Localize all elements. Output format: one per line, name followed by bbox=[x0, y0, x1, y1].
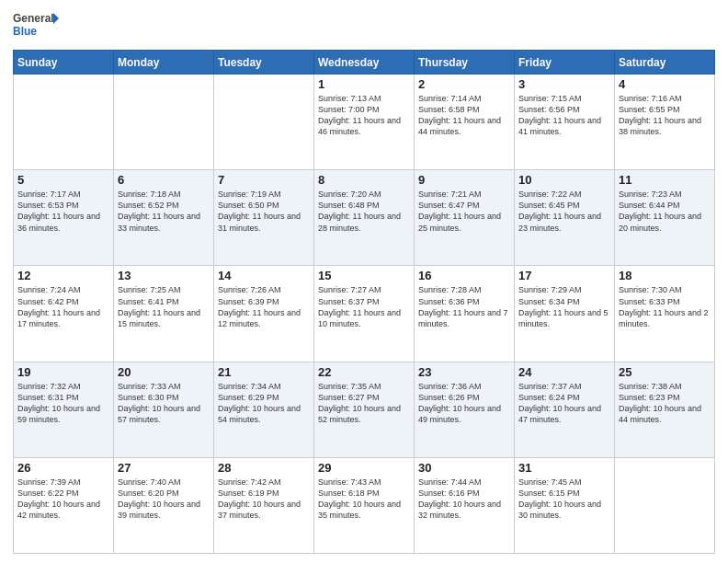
day-info: Sunrise: 7:38 AM Sunset: 6:23 PM Dayligh… bbox=[619, 381, 711, 426]
day-number: 7 bbox=[218, 173, 310, 187]
day-number: 24 bbox=[518, 365, 610, 379]
day-number: 9 bbox=[418, 173, 510, 187]
day-info: Sunrise: 7:14 AM Sunset: 6:58 PM Dayligh… bbox=[418, 93, 510, 138]
calendar-cell: 12Sunrise: 7:24 AM Sunset: 6:42 PM Dayli… bbox=[14, 266, 114, 362]
day-info: Sunrise: 7:40 AM Sunset: 6:20 PM Dayligh… bbox=[118, 477, 210, 522]
calendar-week-1: 1Sunrise: 7:13 AM Sunset: 7:00 PM Daylig… bbox=[14, 75, 715, 170]
day-info: Sunrise: 7:29 AM Sunset: 6:34 PM Dayligh… bbox=[518, 284, 610, 329]
calendar-cell bbox=[14, 75, 114, 170]
day-number: 23 bbox=[418, 365, 510, 379]
day-number: 22 bbox=[318, 365, 410, 379]
day-info: Sunrise: 7:36 AM Sunset: 6:26 PM Dayligh… bbox=[418, 381, 510, 426]
calendar-cell: 25Sunrise: 7:38 AM Sunset: 6:23 PM Dayli… bbox=[615, 362, 715, 457]
day-number: 19 bbox=[17, 365, 109, 379]
day-number: 4 bbox=[619, 77, 711, 91]
day-number: 11 bbox=[619, 173, 711, 187]
calendar-cell: 2Sunrise: 7:14 AM Sunset: 6:58 PM Daylig… bbox=[415, 75, 515, 170]
day-info: Sunrise: 7:25 AM Sunset: 6:41 PM Dayligh… bbox=[118, 284, 210, 329]
calendar-cell: 9Sunrise: 7:21 AM Sunset: 6:47 PM Daylig… bbox=[415, 170, 515, 266]
day-header-sunday: Sunday bbox=[14, 51, 114, 75]
calendar-cell: 16Sunrise: 7:28 AM Sunset: 6:36 PM Dayli… bbox=[415, 266, 515, 362]
day-info: Sunrise: 7:17 AM Sunset: 6:53 PM Dayligh… bbox=[17, 189, 109, 234]
calendar-cell: 18Sunrise: 7:30 AM Sunset: 6:33 PM Dayli… bbox=[615, 266, 715, 362]
day-info: Sunrise: 7:42 AM Sunset: 6:19 PM Dayligh… bbox=[218, 477, 310, 522]
calendar-cell: 6Sunrise: 7:18 AM Sunset: 6:52 PM Daylig… bbox=[114, 170, 214, 266]
day-number: 27 bbox=[118, 461, 210, 475]
day-info: Sunrise: 7:37 AM Sunset: 6:24 PM Dayligh… bbox=[518, 381, 610, 426]
calendar-cell bbox=[214, 75, 314, 170]
day-info: Sunrise: 7:19 AM Sunset: 6:50 PM Dayligh… bbox=[218, 189, 310, 234]
day-info: Sunrise: 7:26 AM Sunset: 6:39 PM Dayligh… bbox=[218, 284, 310, 329]
day-info: Sunrise: 7:24 AM Sunset: 6:42 PM Dayligh… bbox=[17, 284, 109, 329]
day-number: 13 bbox=[118, 269, 210, 282]
calendar-cell: 30Sunrise: 7:44 AM Sunset: 6:16 PM Dayli… bbox=[415, 457, 515, 553]
calendar-cell: 29Sunrise: 7:43 AM Sunset: 6:18 PM Dayli… bbox=[314, 457, 415, 553]
day-info: Sunrise: 7:44 AM Sunset: 6:16 PM Dayligh… bbox=[418, 477, 510, 522]
calendar-cell: 4Sunrise: 7:16 AM Sunset: 6:55 PM Daylig… bbox=[615, 75, 715, 170]
day-number: 29 bbox=[318, 461, 410, 475]
day-number: 28 bbox=[218, 461, 310, 475]
logo: General Blue bbox=[13, 9, 59, 42]
calendar-cell: 31Sunrise: 7:45 AM Sunset: 6:15 PM Dayli… bbox=[515, 457, 615, 553]
calendar-cell: 24Sunrise: 7:37 AM Sunset: 6:24 PM Dayli… bbox=[515, 362, 615, 457]
day-number: 10 bbox=[518, 173, 610, 187]
day-header-monday: Monday bbox=[114, 51, 214, 75]
calendar-cell: 22Sunrise: 7:35 AM Sunset: 6:27 PM Dayli… bbox=[314, 362, 415, 457]
calendar-cell: 13Sunrise: 7:25 AM Sunset: 6:41 PM Dayli… bbox=[114, 266, 214, 362]
day-number: 15 bbox=[318, 269, 410, 282]
calendar-cell bbox=[114, 75, 214, 170]
day-number: 20 bbox=[118, 365, 210, 379]
day-info: Sunrise: 7:27 AM Sunset: 6:37 PM Dayligh… bbox=[318, 284, 410, 329]
calendar-cell: 3Sunrise: 7:15 AM Sunset: 6:56 PM Daylig… bbox=[515, 75, 615, 170]
day-info: Sunrise: 7:21 AM Sunset: 6:47 PM Dayligh… bbox=[418, 189, 510, 234]
day-info: Sunrise: 7:13 AM Sunset: 7:00 PM Dayligh… bbox=[318, 93, 410, 138]
calendar-cell: 27Sunrise: 7:40 AM Sunset: 6:20 PM Dayli… bbox=[114, 457, 214, 553]
calendar-cell: 11Sunrise: 7:23 AM Sunset: 6:44 PM Dayli… bbox=[615, 170, 715, 266]
day-number: 12 bbox=[17, 269, 109, 282]
day-number: 6 bbox=[118, 173, 210, 187]
day-info: Sunrise: 7:15 AM Sunset: 6:56 PM Dayligh… bbox=[518, 93, 610, 138]
day-info: Sunrise: 7:35 AM Sunset: 6:27 PM Dayligh… bbox=[318, 381, 410, 426]
logo-svg: General Blue bbox=[13, 9, 59, 42]
day-number: 25 bbox=[619, 365, 711, 379]
calendar-cell: 21Sunrise: 7:34 AM Sunset: 6:29 PM Dayli… bbox=[214, 362, 314, 457]
calendar-cell: 8Sunrise: 7:20 AM Sunset: 6:48 PM Daylig… bbox=[314, 170, 415, 266]
calendar-week-5: 26Sunrise: 7:39 AM Sunset: 6:22 PM Dayli… bbox=[14, 457, 715, 553]
day-info: Sunrise: 7:18 AM Sunset: 6:52 PM Dayligh… bbox=[118, 189, 210, 234]
svg-marker-2 bbox=[53, 13, 59, 24]
calendar-week-4: 19Sunrise: 7:32 AM Sunset: 6:31 PM Dayli… bbox=[14, 362, 715, 457]
day-number: 3 bbox=[518, 77, 610, 91]
calendar-cell: 19Sunrise: 7:32 AM Sunset: 6:31 PM Dayli… bbox=[14, 362, 114, 457]
day-number: 26 bbox=[17, 461, 109, 475]
day-header-thursday: Thursday bbox=[415, 51, 515, 75]
day-header-wednesday: Wednesday bbox=[314, 51, 415, 75]
day-header-saturday: Saturday bbox=[615, 51, 715, 75]
svg-text:General: General bbox=[13, 12, 54, 25]
day-number: 8 bbox=[318, 173, 410, 187]
calendar-table: SundayMondayTuesdayWednesdayThursdayFrid… bbox=[13, 50, 715, 554]
day-number: 16 bbox=[418, 269, 510, 282]
page-header: General Blue bbox=[13, 9, 715, 42]
day-number: 30 bbox=[418, 461, 510, 475]
calendar-cell: 17Sunrise: 7:29 AM Sunset: 6:34 PM Dayli… bbox=[515, 266, 615, 362]
day-header-friday: Friday bbox=[515, 51, 615, 75]
calendar-cell: 26Sunrise: 7:39 AM Sunset: 6:22 PM Dayli… bbox=[14, 457, 114, 553]
day-info: Sunrise: 7:43 AM Sunset: 6:18 PM Dayligh… bbox=[318, 477, 410, 522]
day-number: 17 bbox=[518, 269, 610, 282]
calendar-cell: 23Sunrise: 7:36 AM Sunset: 6:26 PM Dayli… bbox=[415, 362, 515, 457]
calendar-header-row: SundayMondayTuesdayWednesdayThursdayFrid… bbox=[14, 51, 715, 75]
day-number: 31 bbox=[518, 461, 610, 475]
calendar-cell: 28Sunrise: 7:42 AM Sunset: 6:19 PM Dayli… bbox=[214, 457, 314, 553]
day-number: 21 bbox=[218, 365, 310, 379]
day-info: Sunrise: 7:39 AM Sunset: 6:22 PM Dayligh… bbox=[17, 477, 109, 522]
day-info: Sunrise: 7:20 AM Sunset: 6:48 PM Dayligh… bbox=[318, 189, 410, 234]
day-number: 14 bbox=[218, 269, 310, 282]
calendar-cell: 1Sunrise: 7:13 AM Sunset: 7:00 PM Daylig… bbox=[314, 75, 415, 170]
calendar-week-3: 12Sunrise: 7:24 AM Sunset: 6:42 PM Dayli… bbox=[14, 266, 715, 362]
day-info: Sunrise: 7:28 AM Sunset: 6:36 PM Dayligh… bbox=[418, 284, 510, 329]
day-info: Sunrise: 7:22 AM Sunset: 6:45 PM Dayligh… bbox=[518, 189, 610, 234]
calendar-cell bbox=[615, 457, 715, 553]
day-info: Sunrise: 7:32 AM Sunset: 6:31 PM Dayligh… bbox=[17, 381, 109, 426]
calendar-cell: 14Sunrise: 7:26 AM Sunset: 6:39 PM Dayli… bbox=[214, 266, 314, 362]
day-info: Sunrise: 7:16 AM Sunset: 6:55 PM Dayligh… bbox=[619, 93, 711, 138]
